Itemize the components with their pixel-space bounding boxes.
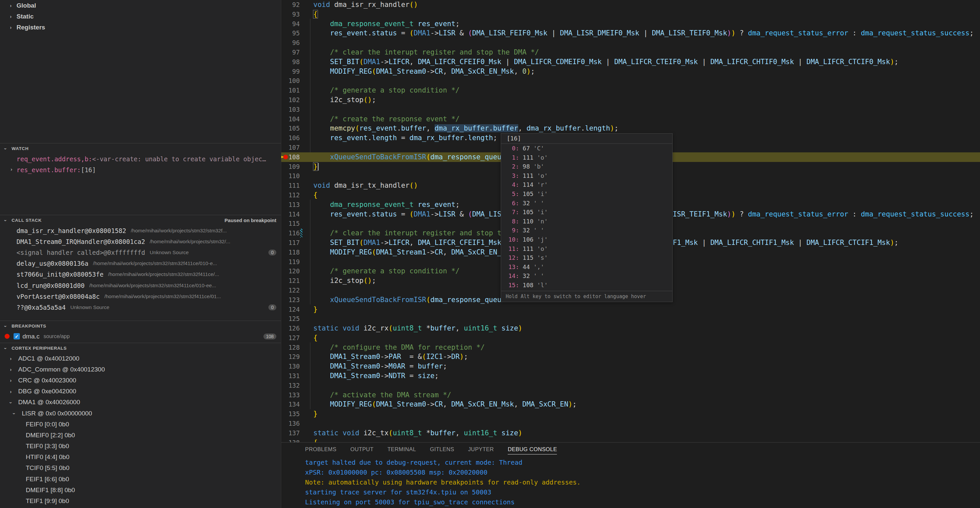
chevron-down-icon[interactable]	[5, 346, 9, 351]
gutter-marker[interactable]	[281, 295, 288, 305]
line-number[interactable]: 130	[288, 361, 300, 371]
tab-problems[interactable]: PROBLEMS	[305, 446, 336, 454]
code-line-133[interactable]: 133 /* activate the DMA stream */	[281, 390, 980, 400]
gutter-marker[interactable]	[281, 143, 288, 152]
gutter-marker[interactable]	[281, 371, 288, 381]
peripheral-item[interactable]: FEIF0 [0:0] 0b0	[0, 419, 281, 430]
line-number[interactable]: 114	[288, 210, 300, 219]
chevron-right-icon[interactable]	[10, 378, 14, 383]
gutter-marker[interactable]	[281, 257, 288, 267]
tab-gitlens[interactable]: GITLENS	[430, 446, 454, 454]
gutter-marker[interactable]	[281, 95, 288, 105]
gutter-marker[interactable]	[281, 219, 288, 228]
peripheral-item[interactable]: DBG @ 0xe0042000	[0, 386, 281, 397]
line-number[interactable]: 93	[288, 10, 300, 19]
line-number[interactable]: 100	[288, 76, 300, 86]
peripheral-item[interactable]: DMA1 @ 0x40026000	[0, 397, 281, 408]
code-line-124[interactable]: 124}	[281, 305, 980, 314]
line-number[interactable]: 92	[288, 0, 300, 10]
line-number[interactable]: 107	[288, 143, 300, 152]
line-number[interactable]: 110	[288, 171, 300, 181]
line-number[interactable]: 125	[288, 314, 300, 323]
chevron-right-icon[interactable]	[10, 14, 14, 19]
line-number[interactable]: 133	[288, 390, 300, 400]
line-number[interactable]: 120	[288, 266, 300, 276]
gutter-marker[interactable]	[281, 171, 288, 181]
line-number[interactable]: 124	[288, 305, 300, 314]
peripheral-item[interactable]: TEIF1 [9:9] 0b0	[0, 495, 281, 506]
gutter-marker[interactable]	[281, 305, 288, 314]
callstack-frame[interactable]: DMA1_Stream0_IRQHandler@0x08001ca2/home/…	[0, 236, 281, 247]
code-line-94[interactable]: 94 dma_response_event_t res_event;	[281, 19, 980, 29]
callstack-frame[interactable]: <signal handler called>@0xfffffffdUnknow…	[0, 247, 281, 258]
chevron-right-icon[interactable]	[10, 356, 14, 361]
hover-entry-list[interactable]: 0: 67 'C' 1: 111 'o' 2: 98 'b' 3: 111 'o…	[501, 144, 672, 291]
peripheral-item[interactable]: TEIF0 [3:3] 0b0	[0, 441, 281, 452]
code-line-103[interactable]: 103	[281, 105, 980, 115]
line-number[interactable]: 105	[288, 124, 300, 133]
gutter-marker[interactable]	[281, 314, 288, 323]
line-number[interactable]: 117	[288, 238, 300, 248]
gutter-marker[interactable]	[281, 19, 288, 29]
gutter-marker[interactable]	[281, 276, 288, 285]
peripheral-item[interactable]: ADC1 @ 0x40012000	[0, 353, 281, 364]
code-line-104[interactable]: 104 /* create the response event */	[281, 115, 980, 124]
peripheral-item[interactable]: CRC @ 0x40023000	[0, 375, 281, 386]
gutter-marker[interactable]	[281, 124, 288, 133]
variables-item-registers[interactable]: Registers	[0, 22, 281, 33]
code-line-125[interactable]: 125	[281, 314, 980, 323]
gutter-marker[interactable]	[281, 400, 288, 409]
code-line-102[interactable]: 102 i2c_stop();	[281, 95, 980, 105]
line-number[interactable]: 137	[288, 428, 300, 438]
gutter-marker[interactable]	[281, 333, 288, 343]
tab-jupyter[interactable]: JUPYTER	[468, 446, 494, 454]
gutter-marker[interactable]	[281, 0, 288, 10]
line-number[interactable]: 108	[288, 152, 300, 162]
gutter-marker[interactable]	[281, 409, 288, 419]
gutter-marker[interactable]	[281, 67, 288, 76]
code-line-96[interactable]: 96	[281, 38, 980, 48]
line-number[interactable]: 116	[288, 228, 300, 238]
line-number[interactable]: 112	[288, 190, 300, 200]
chevron-down-icon[interactable]	[5, 323, 9, 328]
code-line-137[interactable]: 137static void i2c_tx(uint8_t *buffer, u…	[281, 428, 980, 438]
code-line-92[interactable]: 92void dma_isr_rx_handler()	[281, 0, 980, 10]
code-line-132[interactable]: 132	[281, 381, 980, 390]
code-line-129[interactable]: 129 DMA1_Stream0->PAR = &(I2C1->DR);	[281, 352, 980, 361]
gutter-marker[interactable]	[281, 105, 288, 115]
breakpoint-checkbox[interactable]: ✓	[14, 333, 20, 339]
chevron-down-icon[interactable]	[10, 400, 14, 405]
line-number[interactable]: 99	[288, 67, 300, 76]
callstack-frame[interactable]: st7066u_init@0x080053fe/home/mihai/work/…	[0, 269, 281, 280]
gutter-marker[interactable]	[281, 343, 288, 352]
line-number[interactable]: 126	[288, 323, 300, 333]
line-number[interactable]: 98	[288, 57, 300, 67]
gutter-marker[interactable]	[281, 76, 288, 86]
callstack-frame[interactable]: lcd_run@0x08001d00/home/mihai/work/proje…	[0, 280, 281, 291]
line-number[interactable]: 97	[288, 48, 300, 57]
line-number[interactable]: 135	[288, 409, 300, 419]
line-number[interactable]: 132	[288, 381, 300, 390]
callstack-frame[interactable]: vPortAssert@0x08004a8c/home/mihai/work/p…	[0, 291, 281, 302]
current-line-breakpoint-marker[interactable]: ➤	[281, 152, 288, 162]
gutter-marker[interactable]	[281, 248, 288, 257]
line-number[interactable]: 131	[288, 371, 300, 381]
code-line-130[interactable]: 130 DMA1_Stream0->M0AR = buffer;	[281, 361, 980, 371]
callstack-frame[interactable]: ??@0xa5a5a5a4Unknown Source0	[0, 302, 281, 313]
gutter-marker[interactable]	[281, 162, 288, 172]
chevron-down-icon[interactable]	[5, 146, 9, 151]
variables-item-global[interactable]: Global	[0, 0, 281, 11]
gutter-marker[interactable]	[281, 266, 288, 276]
variables-item-static[interactable]: Static	[0, 11, 281, 22]
line-number[interactable]: 111	[288, 181, 300, 190]
code-line-134[interactable]: 134 MODIFY_REG(DMA1_Stream0->CR, DMA_SxC…	[281, 400, 980, 409]
gutter-marker[interactable]	[281, 10, 288, 19]
gutter-marker[interactable]	[281, 190, 288, 200]
watch-item[interactable]: req_event.address,b: <-var-create: unabl…	[0, 153, 281, 164]
gutter-marker[interactable]	[281, 428, 288, 438]
tab-debug-console[interactable]: DEBUG CONSOLE	[508, 446, 557, 454]
code-line-136[interactable]: 136	[281, 419, 980, 428]
code-line-100[interactable]: 100	[281, 76, 980, 86]
tab-output[interactable]: OUTPUT	[350, 446, 374, 454]
chevron-right-icon[interactable]	[10, 25, 14, 30]
